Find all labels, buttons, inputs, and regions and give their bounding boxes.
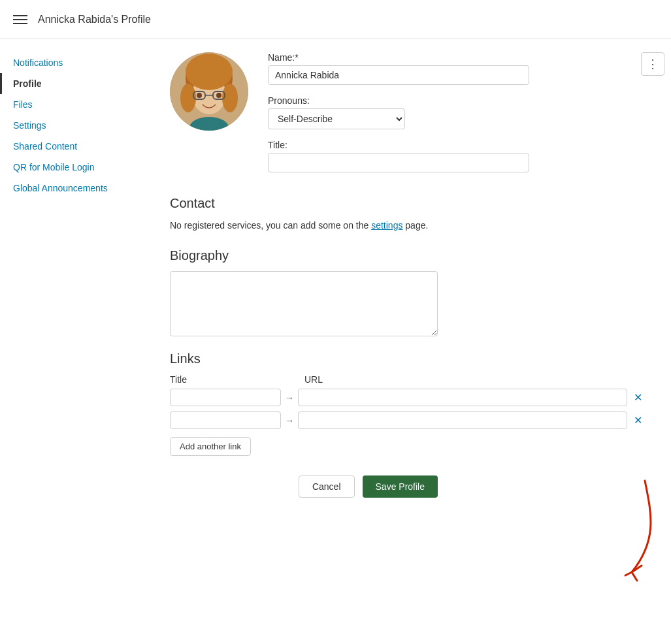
profile-top: Name:* Pronouns: Self-Describe She/Her H… [170,52,645,183]
biography-heading: Biography [170,248,645,263]
sidebar-item-qr-mobile[interactable]: QR for Mobile Login [0,157,144,178]
sidebar-item-global-announcements[interactable]: Global Announcements [0,178,144,199]
link-url-input-2[interactable] [298,411,627,429]
avatar-wrapper [170,52,248,131]
links-col-title-header: Title [170,374,281,385]
pronouns-select[interactable]: Self-Describe She/Her He/Him They/Them O… [268,108,405,129]
cancel-button[interactable]: Cancel [299,475,355,498]
name-label: Name:* [268,52,645,63]
name-group: Name:* [268,52,645,85]
link-title-input-2[interactable] [170,411,281,429]
biography-textarea[interactable] [170,271,438,336]
link-arrow-1: → [285,393,294,403]
contact-text-before: No registered services, you can add some… [170,220,371,231]
contact-text-after: page. [402,220,428,231]
link-remove-btn-1[interactable]: ✕ [631,391,645,404]
sidebar-item-notifications[interactable]: Notifications [0,52,144,73]
svg-point-10 [216,93,221,98]
links-col-url-header: URL [304,374,645,385]
layout: Notifications Profile Files Settings Sha… [0,39,671,644]
header: Annicka Rabida's Profile [0,0,671,39]
title-label: Title: [268,140,645,150]
link-row-2: → ✕ [170,411,645,429]
settings-link[interactable]: settings [371,220,402,231]
title-input[interactable] [268,153,529,172]
sidebar-item-shared-content[interactable]: Shared Content [0,136,144,157]
links-heading: Links [170,351,645,366]
svg-point-3 [186,54,233,90]
sidebar-item-settings[interactable]: Settings [0,115,144,136]
add-another-link-button[interactable]: Add another link [170,437,251,456]
link-row-1: → ✕ [170,389,645,406]
sidebar-item-files[interactable]: Files [0,94,144,115]
contact-section: Contact No registered services, you can … [170,196,645,233]
pronouns-group: Pronouns: Self-Describe She/Her He/Him T… [268,95,645,129]
pronouns-label: Pronouns: [268,95,645,106]
save-profile-button[interactable]: Save Profile [363,475,438,498]
svg-point-9 [197,93,202,98]
main-content: Name:* Pronouns: Self-Describe She/Her H… [144,39,671,511]
link-arrow-2: → [285,415,294,426]
three-dot-menu-button[interactable]: ⋮ [641,52,664,76]
sidebar-item-profile[interactable]: Profile [0,73,144,94]
avatar [170,52,248,131]
header-title: Annicka Rabida's Profile [38,14,151,25]
menu-icon[interactable] [13,15,27,24]
links-section: Links Title URL → ✕ → ✕ [170,351,645,456]
contact-text: No registered services, you can add some… [170,219,645,233]
contact-heading: Contact [170,196,645,211]
form-section: Name:* Pronouns: Self-Describe She/Her H… [268,52,645,183]
link-url-input-1[interactable] [298,389,627,406]
link-remove-btn-2[interactable]: ✕ [631,414,645,427]
title-group: Title: [268,140,645,172]
links-header: Title URL [170,374,645,385]
action-buttons: Cancel Save Profile [170,475,438,498]
biography-section: Biography [170,248,645,338]
name-input[interactable] [268,65,529,85]
sidebar: Notifications Profile Files Settings Sha… [0,39,144,644]
link-title-input-1[interactable] [170,389,281,406]
